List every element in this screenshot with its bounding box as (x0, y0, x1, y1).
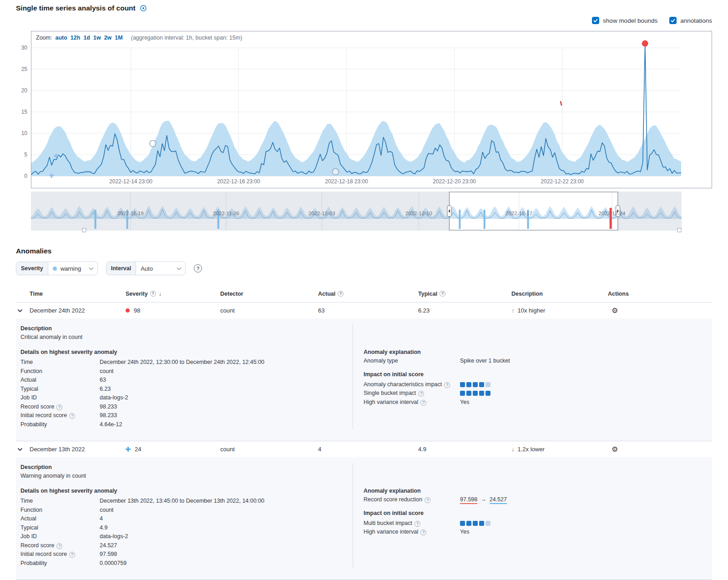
impact-square-filled (485, 391, 490, 396)
typical-value: 4.9 (418, 446, 426, 453)
show-model-bounds-checkbox[interactable]: show model bounds (592, 17, 657, 24)
gear-icon[interactable]: ⚙ (612, 306, 618, 315)
column-header-severity: Severity?↓ (126, 291, 220, 297)
aggregation-note: (aggregation interval: 1h, bucket span: … (131, 35, 243, 41)
field-value: 4.64e-12 (100, 420, 122, 429)
annotations-checkbox[interactable]: annotations (669, 17, 712, 24)
actual-cell: 4 (318, 446, 418, 453)
gear-icon[interactable]: ⚙ (612, 445, 618, 454)
warning-severity-dot-icon (53, 267, 57, 271)
zoom-option-2w[interactable]: 2w (104, 35, 112, 41)
page-title: Single time series analysis of count (16, 4, 136, 12)
severity-filter-value: warning (61, 265, 81, 272)
resize-handle[interactable] (677, 228, 681, 232)
field-value: data-logs-2 (100, 393, 128, 403)
anomaly-time: December 13th 2022 (30, 446, 85, 453)
info-icon[interactable]: ? (444, 382, 450, 388)
detail-field-row: Actual4 (20, 514, 353, 524)
impact-value: Yes (460, 528, 469, 537)
field-value: December 24th 2022, 12:30:00 to December… (100, 358, 264, 367)
field-value: 4.9 (100, 524, 107, 533)
main-time-series-chart[interactable]: 2022-12-14 23:002022-12-16 23:002022-12-… (31, 44, 681, 188)
interval-filter[interactable]: Interval Auto (106, 262, 186, 275)
severity-score: 98 (134, 307, 140, 314)
description-cell: ↓1.2x lower (511, 446, 608, 453)
multi-bucket-plus-icon (126, 447, 131, 452)
collapse-row-button[interactable] (16, 445, 24, 454)
collapse-row-button[interactable] (16, 307, 24, 315)
field-label: Typical (20, 385, 100, 394)
details-heading: Details on highest severity anomaly (20, 348, 353, 357)
column-header-label: Actual (318, 291, 335, 297)
context-anomaly-bar-warning (459, 210, 460, 229)
actual-cell: 63 (318, 307, 418, 314)
impact-row: Anomaly characteristics impact? (364, 380, 703, 389)
info-icon[interactable]: ? (69, 413, 75, 419)
resize-handle[interactable] (82, 228, 86, 232)
chart-target-icon[interactable] (140, 5, 147, 12)
info-icon[interactable]: ? (150, 291, 156, 297)
info-icon[interactable]: ? (69, 552, 75, 558)
context-anomaly-bar-warning (95, 210, 96, 229)
info-icon[interactable]: ? (425, 497, 430, 503)
field-value: 63 (100, 376, 106, 385)
detector-cell: count (220, 307, 318, 314)
impact-square-filled (473, 391, 478, 396)
field-label: Time (20, 358, 100, 367)
info-icon[interactable]: ? (418, 391, 424, 397)
field-value: 97.598 (100, 550, 117, 559)
expand-cell (16, 445, 30, 454)
info-icon[interactable]: ? (56, 543, 62, 549)
field-value: count (100, 367, 114, 376)
context-tick-label: 2022-11-26 (213, 211, 239, 216)
column-header-label: Actions (608, 291, 629, 297)
zoom-option-auto[interactable]: auto (55, 35, 67, 41)
impact-square-filled (479, 382, 484, 387)
zoom-option-12h[interactable]: 12h (71, 35, 81, 41)
explanation-row: Anomaly typeSpike over 1 bucket (364, 357, 703, 366)
interval-filter-label: Interval (106, 262, 136, 275)
info-icon[interactable]: ? (420, 400, 426, 406)
impact-row: Multi bucket impact? (364, 519, 703, 528)
scheduled-event-marker[interactable] (150, 141, 156, 147)
x-axis-tick-label: 2022-12-18 23:00 (325, 178, 368, 185)
zoom-option-1w[interactable]: 1w (93, 35, 101, 41)
sort-desc-icon[interactable]: ↓ (159, 291, 162, 297)
typical-value: 6.23 (418, 307, 430, 314)
field-value: 98.233 (100, 403, 117, 412)
info-icon[interactable]: ? (415, 521, 420, 527)
zoom-row: Zoom: auto12h1d1w2w1M (aggregation inter… (31, 31, 712, 44)
scheduled-event-marker[interactable] (332, 169, 339, 175)
column-header-label: Time (30, 291, 43, 297)
expanded-row-details: DescriptionCritical anomaly in countDeta… (16, 318, 712, 441)
explanation-label: Anomaly type (364, 357, 460, 366)
severity-filter[interactable]: Severity warning (16, 262, 98, 275)
description-text: 10x higher (518, 307, 546, 314)
explanation-value: 97.598→24.527 (460, 495, 507, 504)
field-value: 6.23 (100, 385, 111, 394)
show-model-bounds-label: show model bounds (603, 17, 657, 24)
zoom-option-1d[interactable]: 1d (83, 35, 90, 41)
critical-severity-dot-icon (126, 308, 130, 313)
y-axis-tick-label: 30 (21, 45, 28, 51)
impact-squares (460, 391, 490, 396)
help-icon[interactable]: ? (194, 264, 202, 272)
impact-heading: Impact on initial score (364, 509, 703, 518)
detail-field-row: Job IDdata-logs-2 (20, 393, 353, 403)
impact-square-filled (473, 382, 478, 387)
interval-filter-value: Auto (141, 265, 153, 272)
impact-square-filled (466, 382, 471, 387)
y-axis-tick-label: 25 (21, 66, 28, 72)
critical-anomaly-dot[interactable] (642, 40, 648, 47)
zoom-option-1M[interactable]: 1M (115, 35, 122, 41)
column-header-time: Time (30, 291, 126, 297)
info-icon[interactable]: ? (440, 291, 445, 297)
info-icon[interactable]: ? (56, 404, 62, 410)
y-axis-tick-label: 15 (21, 109, 28, 115)
context-navigator-chart[interactable]: 2022-11-192022-11-262022-12-032022-12-10… (31, 192, 682, 233)
details-left-column: DescriptionWarning anomaly in countDetai… (20, 463, 353, 568)
info-icon[interactable]: ? (338, 291, 344, 297)
info-icon[interactable]: ? (420, 530, 426, 535)
brush-overlay-right (618, 192, 682, 231)
column-header-description: Description (511, 291, 608, 297)
